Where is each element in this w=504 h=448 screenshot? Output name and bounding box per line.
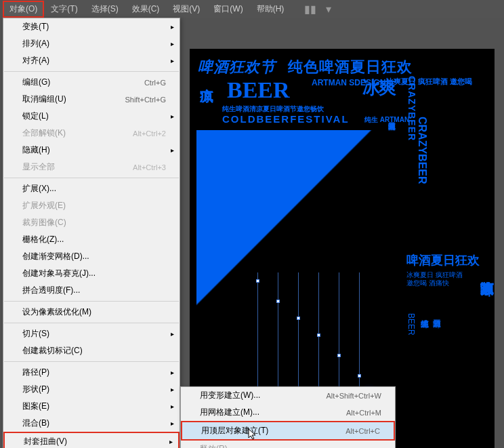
menu-item[interactable]: 隐藏(H)	[3, 142, 180, 159]
menu-item: 扩展外观(E)	[3, 197, 180, 214]
lower-col-1: BEER	[406, 313, 416, 335]
submenu-item[interactable]: 用网格建立(M)...Alt+Ctrl+M	[181, 404, 395, 421]
submenu-item[interactable]: 用顶层对象建立(T)Alt+Ctrl+C	[181, 421, 395, 441]
submenu-item: 释放(R)	[181, 441, 395, 448]
object-menu-dropdown: 变换(T)排列(A)对齐(A)编组(G)Ctrl+G取消编组(U)Shift+C…	[3, 18, 180, 448]
menubar: 对象(O) 文字(T) 选择(S) 效果(C) 视图(V) 窗口(W) 帮助(H…	[0, 0, 504, 18]
art-crazy-2: CRAZYBEER	[416, 117, 428, 184]
art-title-1: 啤酒狂欢节	[198, 57, 276, 77]
menu-item[interactable]: 取消编组(U)Shift+Ctrl+G	[3, 91, 180, 108]
menu-item[interactable]: 对齐(A)	[3, 52, 180, 69]
menu-item: 显示全部Alt+Ctrl+3	[3, 159, 180, 176]
menu-item[interactable]: 编组(G)Ctrl+G	[3, 74, 180, 91]
lower-text-block: 啤酒夏日狂欢 冰爽啤酒节 冰爽夏日 疯狂啤酒 邀您喝 酒痛快 BEER 纯生啤酒…	[406, 252, 495, 422]
menu-effect[interactable]: 效果(C)	[125, 1, 167, 18]
toolbar-separator: ▮▮ ▾	[304, 3, 331, 16]
menu-item: 裁剪图像(C)	[3, 214, 180, 231]
submenu-item[interactable]: 用变形建立(W)...Alt+Shift+Ctrl+W	[181, 387, 395, 404]
menu-object[interactable]: 对象(O)	[3, 1, 44, 18]
menu-item[interactable]: 图案(E)	[3, 398, 180, 415]
menu-item[interactable]: 路径(P)	[3, 364, 180, 381]
lower-title: 啤酒夏日狂欢	[406, 252, 495, 268]
art-small-1: 纯生啤酒清凉夏日啤酒节邀您畅饮	[222, 104, 324, 114]
lower-side: 冰爽夏日 疯狂啤酒 邀您喝 酒痛快	[406, 271, 466, 287]
menu-item[interactable]: 形状(P)	[3, 381, 180, 398]
menu-item[interactable]: 创建对象马赛克(J)...	[3, 265, 180, 282]
envelope-distort-submenu: 用变形建立(W)...Alt+Shift+Ctrl+W用网格建立(M)...Al…	[180, 386, 396, 448]
menu-item: 全部解锁(K)Alt+Ctrl+2	[3, 125, 180, 142]
menu-item[interactable]: 设为像素级优化(M)	[3, 304, 180, 321]
menu-item[interactable]: 栅格化(Z)...	[3, 231, 180, 248]
menu-item[interactable]: 排列(A)	[3, 35, 180, 52]
menu-select[interactable]: 选择(S)	[85, 1, 125, 18]
art-beer: BEER	[227, 77, 290, 103]
menu-view[interactable]: 视图(V)	[166, 1, 207, 18]
art-festival: COLDBEERFESTIVAL	[222, 113, 350, 125]
art-title-2: 纯色啤酒夏日狂欢	[288, 57, 413, 77]
menu-item[interactable]: 混合(B)	[3, 415, 180, 432]
menu-item[interactable]: 拼合透明度(F)...	[3, 282, 180, 299]
menu-window[interactable]: 窗口(W)	[207, 1, 249, 18]
menu-item[interactable]: 创建渐变网格(D)...	[3, 248, 180, 265]
menu-item[interactable]: 扩展(X)...	[3, 180, 180, 197]
menu-item[interactable]: 切片(S)	[3, 325, 180, 342]
menu-text[interactable]: 文字(T)	[44, 1, 84, 18]
menu-item[interactable]: 变换(T)	[3, 18, 180, 35]
menu-item[interactable]: 封套扭曲(V)	[3, 432, 180, 448]
menu-help[interactable]: 帮助(H)	[250, 1, 291, 18]
menu-item[interactable]: 创建裁切标记(C)	[3, 342, 180, 359]
menu-item[interactable]: 锁定(L)	[3, 108, 180, 125]
